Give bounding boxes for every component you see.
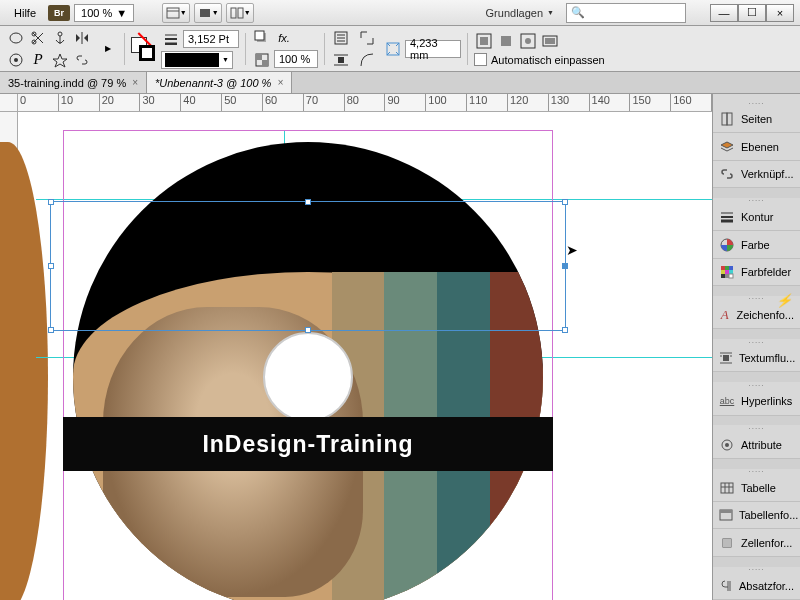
ruler-tick: 160: [671, 94, 712, 111]
panel-attributes[interactable]: Attribute: [713, 431, 800, 458]
svg-point-8: [58, 32, 62, 36]
anchor-icon[interactable]: [50, 28, 70, 48]
text-wrap-none-icon[interactable]: [331, 28, 351, 48]
cellformat-icon: [719, 535, 735, 551]
search-field[interactable]: 🔍: [566, 3, 686, 23]
panel-label: Tabellenfo...: [739, 509, 798, 521]
fx-icon[interactable]: fx.: [274, 28, 294, 48]
bridge-button[interactable]: Br: [48, 5, 70, 21]
panel-para[interactable]: Absatzfor...: [713, 573, 800, 600]
zoom-dropdown[interactable]: 100 %▼: [74, 4, 134, 22]
panel-layers[interactable]: Ebenen: [713, 133, 800, 160]
flash-icon[interactable]: ⚡: [776, 293, 792, 308]
svg-rect-4: [238, 8, 243, 18]
fit-frame-icon[interactable]: [496, 31, 516, 51]
menu-bar: Hilfe Br 100 %▼ ▼ ▼ ▼ Grundlagen▼ 🔍 — ☐ …: [0, 0, 800, 26]
opacity-input[interactable]: 100 %: [274, 50, 318, 68]
adjacent-cd-artwork: [0, 142, 48, 600]
dropdown-icon: ▼: [547, 9, 554, 16]
svg-rect-37: [727, 113, 732, 125]
panel-tableformat[interactable]: Tabellenfo...: [713, 502, 800, 529]
drop-shadow-icon[interactable]: [252, 28, 272, 48]
panel-textwrap[interactable]: Textumflu...: [713, 345, 800, 372]
star-icon[interactable]: [50, 50, 70, 70]
control-panel: P ▶ 3,152 Pt ▼ fx. 100 %: [0, 26, 800, 72]
panel-hyperlinks[interactable]: abcHyperlinks: [713, 388, 800, 415]
auto-fit-label: Automatisch einpassen: [491, 54, 605, 66]
stroke-style-dropdown[interactable]: ▼: [161, 51, 233, 69]
fit-prop-icon[interactable]: [540, 31, 560, 51]
resize-handle[interactable]: [48, 327, 54, 333]
close-tab-icon[interactable]: ×: [132, 77, 138, 88]
horizontal-ruler[interactable]: 0102030405060708090100110120130140150160: [18, 94, 712, 112]
ruler-origin[interactable]: [0, 94, 18, 112]
corner-options-icon[interactable]: [357, 28, 377, 48]
corner-radius-icon[interactable]: [357, 50, 377, 70]
close-tab-icon[interactable]: ×: [277, 77, 283, 88]
svg-rect-46: [725, 270, 729, 274]
panel-color[interactable]: Farbe: [713, 231, 800, 258]
fill-stroke-swatch[interactable]: [131, 37, 155, 61]
ruler-tick: 130: [549, 94, 590, 111]
pages-icon: [719, 111, 735, 127]
panel-swatches[interactable]: Farbfelder: [713, 259, 800, 286]
maximize-button[interactable]: ☐: [738, 4, 766, 22]
frame-fitting-icon[interactable]: [383, 39, 403, 59]
svg-rect-36: [722, 113, 727, 125]
resize-handle[interactable]: [562, 263, 568, 269]
svg-rect-63: [720, 510, 732, 513]
svg-rect-35: [545, 38, 555, 44]
workspace-switcher[interactable]: Grundlagen▼: [478, 4, 562, 22]
tab-label: *Unbenannt-3 @ 100 %: [155, 77, 271, 89]
expand-icon[interactable]: ▶: [98, 39, 118, 59]
ellipse-tool-icon[interactable]: [6, 28, 26, 48]
scissors-icon[interactable]: [28, 28, 48, 48]
panel-pages[interactable]: Seiten: [713, 106, 800, 133]
arrange-docs-icon[interactable]: ▼: [226, 3, 254, 23]
target-icon[interactable]: [6, 50, 26, 70]
ruler-tick: 120: [508, 94, 549, 111]
fit-value-input[interactable]: 4,233 mm: [405, 40, 461, 58]
layers-icon: [719, 139, 735, 155]
svg-point-5: [10, 33, 22, 43]
svg-rect-43: [725, 266, 729, 270]
screen-mode-icon[interactable]: ▼: [194, 3, 222, 23]
ruler-tick: 140: [590, 94, 631, 111]
svg-rect-50: [729, 274, 733, 278]
help-menu[interactable]: Hilfe: [6, 4, 44, 22]
table-icon: [719, 480, 735, 496]
cd-center-hole: [263, 332, 353, 422]
link-icon[interactable]: [72, 50, 92, 70]
document-tab[interactable]: *Unbenannt-3 @ 100 %×: [147, 72, 292, 93]
cd-artwork[interactable]: [73, 142, 543, 600]
panel-cellformat[interactable]: Zellenfor...: [713, 529, 800, 556]
svg-rect-47: [729, 270, 733, 274]
minimize-button[interactable]: —: [710, 4, 738, 22]
close-button[interactable]: ×: [766, 4, 794, 22]
resize-handle[interactable]: [562, 327, 568, 333]
svg-rect-20: [262, 60, 268, 66]
center-content-icon[interactable]: [518, 31, 538, 51]
view-options-icon[interactable]: ▼: [162, 3, 190, 23]
svg-point-33: [525, 38, 531, 44]
auto-fit-checkbox[interactable]: Automatisch einpassen: [474, 53, 605, 66]
stroke-weight-input[interactable]: 3,152 Pt: [183, 30, 239, 48]
svg-point-57: [725, 443, 729, 447]
panels-column: SeitenEbenenVerknüpf...KonturFarbeFarbfe…: [712, 94, 800, 600]
text-wrap-around-icon[interactable]: [331, 50, 351, 70]
panel-links[interactable]: Verknüpf...: [713, 161, 800, 188]
cd-title-band[interactable]: InDesign-Training: [63, 417, 553, 471]
fit-content-icon[interactable]: [474, 31, 494, 51]
canvas[interactable]: 0102030405060708090100110120130140150160…: [0, 94, 712, 600]
text-path-icon[interactable]: P: [28, 50, 48, 70]
panel-stroke[interactable]: Kontur: [713, 204, 800, 231]
panel-table[interactable]: Tabelle: [713, 475, 800, 502]
search-icon: 🔍: [571, 6, 585, 19]
stroke-weight-icon: [161, 29, 181, 49]
document-tab[interactable]: 35-training.indd @ 79 %×: [0, 72, 147, 93]
cd-title-text: InDesign-Training: [202, 431, 413, 458]
resize-handle[interactable]: [48, 263, 54, 269]
reflect-icon[interactable]: [72, 28, 92, 48]
ruler-tick: 30: [140, 94, 181, 111]
cursor-icon: ➤: [566, 242, 578, 258]
